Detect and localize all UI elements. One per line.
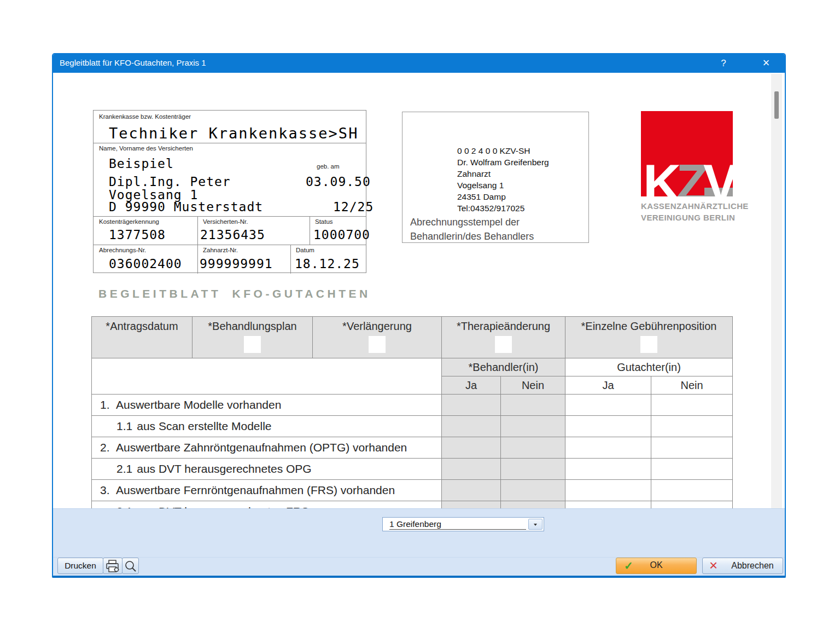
card-divider: [310, 216, 310, 245]
card-divider: [94, 245, 366, 245]
datum-value: 18.12.25: [295, 257, 360, 271]
close-icon[interactable]: ×: [759, 56, 774, 71]
stamp-line: Tel:04352/917025: [457, 202, 549, 214]
blank-cell: [92, 358, 442, 395]
versicherten-value: 21356435: [200, 228, 265, 242]
stamp-line: Vogelsang 1: [457, 179, 549, 191]
card-divider: [94, 143, 366, 143]
practice-stamp-address: 0 0 2 4 0 0 KZV-SH Dr. Wolfram Greifenbe…: [457, 145, 549, 214]
combobox-dropdown-button[interactable]: [528, 519, 542, 530]
dialog-title: Begleitblatt für KFO-Gutachten, Praxis 1: [60, 58, 206, 67]
screen: Begleitblatt für KFO-Gutachten, Praxis 1…: [0, 0, 840, 632]
stamp-caption: Abrechnungsstempel der Behandlerin/des B…: [410, 215, 534, 243]
answer-cell[interactable]: [442, 459, 501, 480]
answer-cell[interactable]: [651, 416, 733, 437]
answer-cell[interactable]: [651, 480, 733, 501]
answer-cell[interactable]: [501, 395, 565, 416]
stamp-line: Zahnarzt: [457, 168, 549, 179]
answer-cell[interactable]: [501, 459, 565, 480]
zahnarzt-value: 999999991: [200, 257, 273, 271]
practitioner-combobox[interactable]: 1 Greifenberg: [382, 517, 544, 531]
vertical-scrollbar[interactable]: [771, 74, 782, 509]
scrollbar-thumb[interactable]: [774, 91, 779, 119]
abbrechen-button[interactable]: × Abbrechen: [702, 558, 783, 574]
help-icon[interactable]: ?: [716, 56, 731, 71]
drucken-button[interactable]: Drucken: [57, 558, 103, 574]
geb-am-label: geb. am: [317, 163, 340, 170]
answer-cell[interactable]: [651, 459, 733, 480]
table-row: 2.1aus DVT herausgerechnetes OPG: [92, 459, 733, 480]
col-verlaengerung: *Verlängerung: [313, 317, 442, 358]
behandler-header: *Behandler(in): [442, 358, 565, 376]
behandler-nein-header: Nein: [501, 376, 565, 395]
stamp-line: 0 0 2 4 0 0 KZV-SH: [457, 145, 549, 156]
answer-cell[interactable]: [442, 437, 501, 459]
abrechnung-label: Abrechnungs-Nr.: [99, 247, 146, 253]
answer-cell[interactable]: [565, 416, 651, 437]
kzv-logo-icon: KZV: [641, 111, 733, 196]
col-antragsdatum: *Antragsdatum: [92, 317, 192, 358]
answer-cell[interactable]: [565, 437, 651, 459]
zahnarzt-label: Zahnarzt-Nr.: [203, 247, 238, 253]
answer-cell[interactable]: [651, 395, 733, 416]
table-row: 2.Auswertbare Zahnröntgenaufnahmen (OPTG…: [92, 437, 733, 459]
stamp-line: Dr. Wolfram Greifenberg: [457, 156, 549, 168]
printer-gear-icon: [105, 560, 120, 573]
practice-stamp-box: 0 0 2 4 0 0 KZV-SH Dr. Wolfram Greifenbe…: [402, 112, 589, 243]
table-row: 1.1aus Scan erstellte Modelle: [92, 416, 733, 437]
therapieaenderung-checkbox[interactable]: [495, 336, 512, 353]
dialog-titlebar[interactable]: Begleitblatt für KFO-Gutachten, Praxis 1…: [53, 54, 785, 73]
practitioner-value: 1 Greifenberg: [389, 519, 526, 530]
answer-cell[interactable]: [501, 437, 565, 459]
answer-cell[interactable]: [442, 416, 501, 437]
insured-city: D 99990 Musterstadt: [109, 200, 263, 214]
form-heading: BEGLEITBLATT KFO-GUTACHTEN: [98, 287, 371, 300]
col-behandlungsplan: *Behandlungsplan: [192, 317, 313, 358]
print-settings-button[interactable]: [103, 558, 122, 574]
gebuehrenposition-checkbox[interactable]: [640, 336, 657, 353]
gutachter-ja-header: Ja: [565, 376, 651, 395]
datum-label: Datum: [296, 247, 314, 253]
abrechnung-value: 036002400: [109, 257, 182, 271]
kostentraeger-label: Kostenträgerkennung: [99, 218, 159, 225]
gutachter-header: Gutachter(in): [565, 358, 733, 376]
red-x-icon: ×: [709, 557, 718, 574]
table-row: 1.Auswertbare Modelle vorhanden: [92, 395, 733, 416]
kostentraeger-value: 1377508: [109, 228, 166, 242]
answer-cell[interactable]: [651, 437, 733, 459]
answer-cell[interactable]: [565, 395, 651, 416]
stamp-line: 24351 Damp: [457, 191, 549, 202]
valid-until: 12/25: [333, 200, 374, 214]
bottom-panel: 1 Greifenberg Drucken: [53, 508, 785, 576]
form-page: Krankenkasse bzw. Kostenträger Techniker…: [53, 73, 785, 508]
card-divider: [197, 245, 198, 274]
status-value: 1000700: [313, 228, 370, 242]
chevron-down-icon: [534, 524, 537, 526]
col-gebuehrenposition: *Einzelne Gebührenposition: [565, 317, 733, 358]
answer-cell[interactable]: [565, 480, 651, 501]
name-label: Name, Vorname des Versicherten: [99, 145, 193, 152]
gutachter-nein-header: Nein: [651, 376, 733, 395]
answer-cell[interactable]: [565, 459, 651, 480]
card-divider: [197, 216, 198, 245]
behandlungsplan-checkbox[interactable]: [244, 336, 261, 353]
answer-cell[interactable]: [501, 480, 565, 501]
insurance-card: Krankenkasse bzw. Kostenträger Techniker…: [93, 110, 366, 273]
magnifier-icon: [124, 560, 137, 573]
answer-cell[interactable]: [501, 416, 565, 437]
dialog-window: Begleitblatt für KFO-Gutachten, Praxis 1…: [52, 53, 786, 578]
verlaengerung-checkbox[interactable]: [369, 336, 386, 353]
versicherten-label: Versicherten-Nr.: [203, 218, 248, 225]
ok-button[interactable]: ✓ OK: [616, 558, 697, 574]
answer-cell[interactable]: [442, 480, 501, 501]
insured-firstname: Dipl.Ing. Peter: [109, 175, 231, 189]
print-preview-button[interactable]: [122, 558, 139, 574]
card-divider: [94, 216, 366, 217]
table-row: 3.Auswertbare Fernröntgenaufnahmen (FRS)…: [92, 480, 733, 501]
card-divider: [290, 245, 291, 274]
kzv-logo: KZV KASSENZAHNÄRZTLICHE VEREINIGUNG BERL…: [641, 111, 733, 223]
kzv-logo-text: KASSENZAHNÄRZTLICHE VEREINIGUNG BERLIN: [641, 200, 733, 223]
answer-cell[interactable]: [442, 395, 501, 416]
kasse-value: Techniker Krankenkasse>SH: [109, 125, 358, 142]
behandler-ja-header: Ja: [442, 376, 501, 395]
